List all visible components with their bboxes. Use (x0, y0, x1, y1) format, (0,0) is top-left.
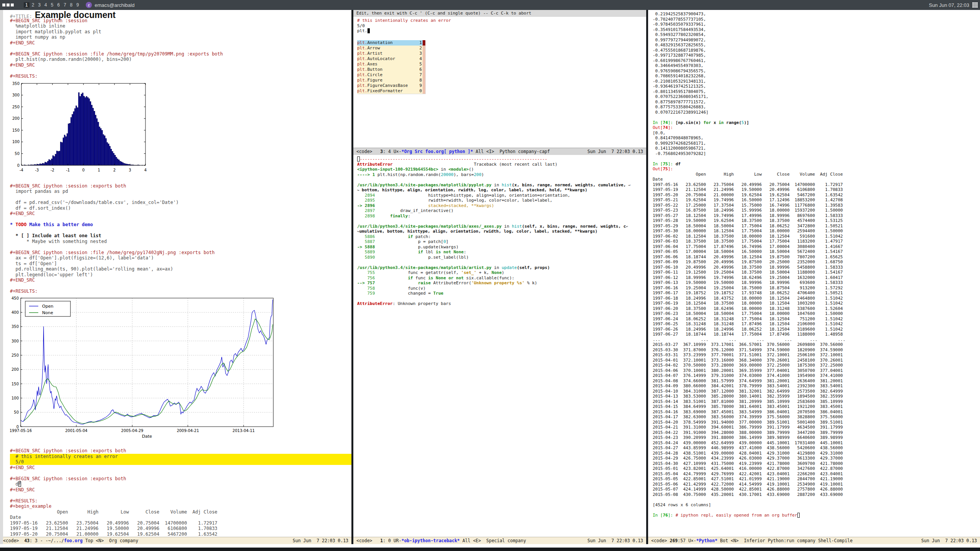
edit-buffer-text: # this intentionally creates an error5/0… (357, 18, 646, 34)
modeline-python-time: Sun Jun 7 22:03 0.13 (921, 538, 977, 543)
line-chart-figure: 1997-05-162001-05-042005-04-292009-04-21… (7, 295, 351, 442)
table-row: 2015-04-09 380.66000 384.42001 378.79999… (653, 383, 980, 389)
svg-text:100: 100 (12, 140, 20, 144)
table-row: 1997-06-11 19.12500 19.25004 18.37500 18… (653, 270, 980, 275)
svg-text:50: 50 (14, 410, 19, 414)
buffer-line: Open High Low Close Volume Adj Close (653, 172, 980, 177)
completion-item[interactable]: plt.FigureCanvasBase9 (357, 83, 425, 88)
buffer-line (10, 194, 351, 200)
table-row: 1997-05-27 18.12504 19.74996 17.49996 18… (653, 213, 980, 218)
buffer-line: -0.99717328877407985, (653, 53, 980, 58)
buffer-line: import matplotlib.pyplot as plt (10, 29, 351, 35)
layout-grid-icon[interactable] (972, 2, 978, 8)
workspace-4[interactable]: 4 (43, 2, 49, 8)
svg-text:400: 400 (11, 310, 19, 314)
svg-text:300: 300 (12, 93, 20, 97)
popup-scrollbar[interactable] (423, 51, 425, 56)
org-src-block-imports: #+BEGIN_SRC ipython :session %matplotlib… (10, 18, 351, 79)
popup-scrollbar[interactable] (423, 88, 425, 94)
table-row: 2015-04-28 438.51001 439.00000 428.04001… (653, 451, 980, 456)
buffer-line: 2897 draw_if_interactive() (357, 208, 646, 214)
org-buffer-window[interactable]: #+TITLE: Example document #+BEGIN_SRC ip… (0, 10, 351, 544)
modeline-org[interactable]: <code> 43: 3 - -~/.../foo.org Top <N> Or… (0, 537, 351, 544)
modeline-python[interactable]: <code> 269:57 U×-*Python* Bot <N> Inferi… (648, 537, 980, 544)
repl-output-top: 0.21942525837900473,-0.70240778557737105… (653, 11, 980, 182)
workspace-switcher[interactable]: 123456789 (24, 2, 80, 8)
completion-item[interactable]: plt.Annotation1 (357, 40, 425, 46)
popup-scrollbar[interactable] (423, 62, 425, 67)
svg-text:-1: -1 (66, 168, 70, 172)
buffer-line: -0.97845035079337961, (653, 22, 980, 27)
buffer-line (653, 497, 980, 502)
workspace-1[interactable]: 1 (24, 2, 29, 8)
table-row: 1997-06-02 18.12504 18.37500 18.00000 18… (653, 234, 980, 239)
buffer-line: 0.21942525837900473, (653, 11, 980, 17)
table-row: 1997-05-19 21.12504 21.24996 19.50000 20… (653, 187, 980, 192)
echo-area[interactable] (0, 544, 980, 548)
table-row: 2015-05-01 423.82001 425.64001 416.00000… (653, 466, 980, 471)
buffer-line (357, 218, 646, 224)
buffer-line: pd.rolling_mean(ts, 90).plot(label='roll… (10, 266, 351, 272)
completion-item[interactable]: plt.Figure8 (357, 78, 425, 83)
completion-item[interactable]: plt.FixedFormatter0 (357, 88, 425, 94)
workspace-3[interactable]: 3 (36, 2, 42, 8)
buffer-line: 5889 if lbl is not None: (357, 249, 646, 255)
workspace-indicator (2, 3, 14, 7)
modeline-python-info: <code> 269:57 U×-*Python* Bot <N> Inferi… (651, 538, 853, 543)
buffer-line: #+END_SRC (10, 487, 351, 493)
popup-scrollbar[interactable] (423, 83, 425, 88)
buffer-line: -0.21081053291348131, (653, 79, 980, 84)
svg-text:1: 1 (98, 168, 100, 172)
completion-item[interactable]: plt.Axes5 (357, 62, 425, 67)
buffer-line: #+begin_example (10, 504, 351, 509)
buffer-line (10, 46, 351, 51)
workspace-8[interactable]: 8 (69, 2, 74, 8)
table-row: 1997-05-22 17.25000 17.37504 15.75000 16… (653, 203, 980, 208)
popup-scrollbar[interactable] (423, 56, 425, 62)
popup-scrollbar[interactable] (423, 46, 425, 51)
popup-scrollbar[interactable] (423, 67, 425, 72)
buffer-line: #+BEGIN_SRC ipython :session (10, 18, 351, 24)
workspace-9[interactable]: 9 (75, 2, 81, 8)
table-row: 2015-05-08 430.75000 435.20001 430.17001… (653, 492, 980, 497)
table-row: 1997-05-16 23.62500 23.75004 20.49996 20… (653, 182, 980, 187)
table-row: 1997-06-16 19.25004 19.25004 18.75000 18… (653, 285, 980, 291)
completion-item[interactable]: plt.Circle7 (357, 72, 425, 78)
workspace-2[interactable]: 2 (30, 2, 36, 8)
buffer-line: Open High Low Close Volume Adj Close (10, 509, 351, 515)
workspace-5[interactable]: 5 (49, 2, 55, 8)
table-row: 2015-04-21 391.31000 394.60001 386.79999… (653, 425, 980, 430)
completion-item[interactable]: plt.Arrow2 (357, 46, 425, 51)
buffer-line: -0.60199986767760461, (653, 58, 980, 64)
table-row: 2015-04-22 391.91000 394.28000 388.00000… (653, 430, 980, 435)
buffer-line: 758 func(v) (357, 286, 646, 291)
traceback-window[interactable]: ----------------------------------------… (353, 155, 646, 544)
buffer-line: #+RESULTS: (10, 289, 351, 294)
table-row: 2015-03-27 367.10999 373.17001 366.57001… (653, 342, 980, 347)
modeline-org-src[interactable]: <code> 3: 4 U×-*Org Src foo.org[ python … (353, 148, 646, 155)
popup-scrollbar[interactable] (423, 72, 425, 78)
workspace-6[interactable]: 6 (56, 2, 61, 8)
completion-item[interactable]: plt.Button6 (357, 67, 425, 72)
svg-text:300: 300 (11, 339, 19, 343)
python-shell-window[interactable]: 0.21942525837900473,-0.70240778557737105… (648, 10, 980, 544)
completion-item[interactable]: plt.Artist3 (357, 51, 425, 56)
svg-text:None: None (42, 310, 53, 315)
buffer-line: ----------------------------------------… (357, 156, 646, 162)
table-row: 2015-04-06 370.10001 380.20001 369.35999… (653, 368, 980, 373)
org-src-edit-window[interactable]: Edit, then exit with C-c ' (C-c and sing… (353, 10, 646, 155)
modeline-traceback[interactable]: <code> 1: 0 UR-*ob-ipython-traceback* Al… (353, 537, 646, 544)
svg-text:350: 350 (12, 82, 20, 86)
buffer-line: # this intentionally creates an error (10, 454, 351, 460)
table-row: 2015-04-17 382.63000 383.56000 374.39999… (653, 414, 980, 420)
workspace-7[interactable]: 7 (62, 2, 68, 8)
completion-item[interactable]: plt.AutoLocator4 (357, 56, 425, 62)
popup-scrollbar[interactable] (423, 78, 425, 83)
popup-scrollbar[interactable] (423, 40, 425, 46)
buffer-line: ts = df['Open'] (10, 261, 351, 267)
table-row: 2015-05-07 424.14999 428.50000 422.85001… (653, 487, 980, 492)
window-title: emacs@archibald (95, 2, 134, 8)
buffer-line: Out[75]: (653, 166, 980, 172)
buffer-line: #+RESULTS: (10, 498, 351, 504)
buffer-line: #+END_SRC (10, 211, 351, 217)
